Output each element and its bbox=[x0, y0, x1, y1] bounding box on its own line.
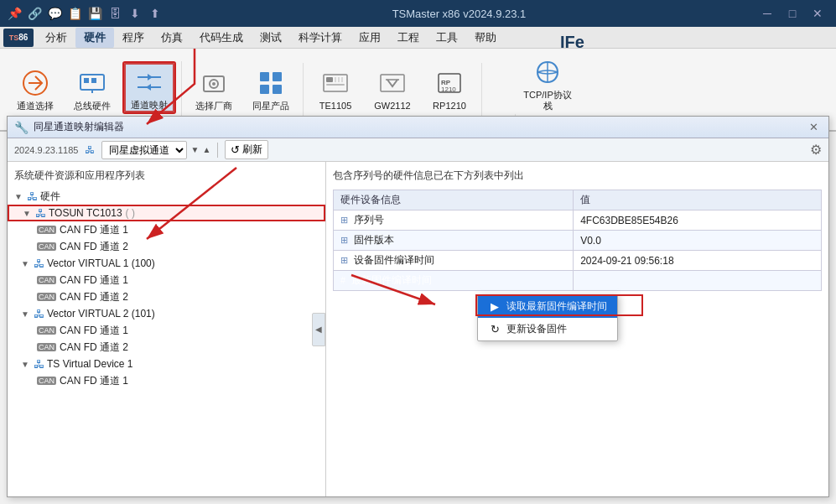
hardware-label: 总线硬件 bbox=[74, 101, 111, 112]
update-firmware-label: 更新设备固件 bbox=[506, 322, 567, 336]
refresh-button[interactable]: ↺ 刷新 bbox=[225, 140, 268, 159]
chat-icon[interactable]: 💬 bbox=[47, 6, 62, 21]
tongxing-label: 同星产品 bbox=[252, 101, 289, 112]
svg-rect-2 bbox=[84, 78, 89, 83]
minimize-button[interactable]: ─ bbox=[756, 4, 779, 23]
svg-rect-19 bbox=[326, 84, 345, 86]
settings-icon[interactable]: ⚙ bbox=[810, 142, 822, 158]
tree-toggle-vector1[interactable]: ▼ bbox=[21, 259, 31, 268]
virtual-channel-select[interactable]: 同星虚拟通道 bbox=[101, 141, 187, 159]
tree-label-vector1-can1: CAN FD 通道 1 bbox=[60, 273, 128, 288]
menu-bar: TS86 分析 硬件 程序 仿真 代码生成 测试 科学计算 应用 工程 工具 帮… bbox=[0, 27, 836, 49]
row-icon-2: ⊞ bbox=[340, 255, 348, 265]
vector1-icon: 🖧 bbox=[34, 257, 44, 270]
tree-label-tosun-can2: CAN FD 通道 2 bbox=[60, 240, 128, 254]
close-button[interactable]: ✕ bbox=[806, 4, 829, 23]
table-row[interactable]: ⊞ 设备固件编译时间 2024-09-21 09:56:18 bbox=[334, 251, 822, 271]
tree-item-vector2[interactable]: ▼ 🖧 Vector VIRTUAL 2 (101) bbox=[8, 305, 325, 322]
tree-toggle-vector2[interactable]: ▼ bbox=[21, 309, 31, 319]
download-icon[interactable]: ⬇ bbox=[127, 6, 143, 21]
read-firmware-icon: ▶ bbox=[488, 300, 501, 313]
menu-science[interactable]: 科学计算 bbox=[290, 28, 350, 48]
menu-hardware[interactable]: 硬件 bbox=[75, 28, 114, 48]
svg-point-12 bbox=[212, 82, 215, 86]
context-menu-item-update-firmware[interactable]: ↻ 更新设备固件 bbox=[478, 318, 617, 340]
tree-item-hardware-root[interactable]: ▼ 🖧 硬件 bbox=[8, 188, 325, 205]
link-icon[interactable]: 🔗 bbox=[27, 6, 42, 21]
ribbon-btn-mapping[interactable]: 通道映射 bbox=[122, 61, 176, 114]
tree-item-ts-virtual-can1[interactable]: CAN CAN FD 通道 1 bbox=[8, 372, 325, 389]
ribbon-btn-gw2112[interactable]: GW2112 bbox=[366, 63, 419, 114]
table-cell-value-3 bbox=[574, 271, 822, 291]
ribbon-btn-rp1210[interactable]: RP 1210 RP1210 bbox=[423, 63, 476, 114]
menu-engineering[interactable]: 工程 bbox=[389, 28, 428, 48]
tree-item-vector1[interactable]: ▼ 🖧 Vector VIRTUAL 1 (100) bbox=[8, 255, 325, 272]
tree-label-ts-virtual-can1: CAN FD 通道 1 bbox=[60, 374, 128, 388]
collapse-icon: ◀ bbox=[315, 325, 322, 334]
ribbon-btn-te1105[interactable]: TE1105 bbox=[309, 63, 362, 114]
upload-icon[interactable]: ⬆ bbox=[148, 6, 163, 21]
tree-item-vector2-can2[interactable]: CAN CAN FD 通道 2 bbox=[8, 339, 325, 356]
tree-toggle-tosun[interactable]: ▼ bbox=[23, 209, 33, 218]
tree-item-vector1-can1[interactable]: CAN CAN FD 通道 1 bbox=[8, 272, 325, 288]
database-icon[interactable]: 🗄 bbox=[107, 6, 122, 21]
ribbon-items-channel: 通道选择 总线硬件 bbox=[8, 61, 176, 114]
menu-test[interactable]: 测试 bbox=[252, 28, 290, 48]
menu-help[interactable]: 帮助 bbox=[466, 28, 505, 48]
tree-item-tosun[interactable]: ▼ 🖧 TOSUN TC1013 ( ) bbox=[8, 205, 325, 221]
menu-app[interactable]: 应用 bbox=[350, 28, 389, 48]
can-icon-v2c2: CAN bbox=[37, 343, 56, 351]
table-cell-label-3: # 最新固件编译时间 bbox=[334, 271, 574, 291]
can-icon-v1c2: CAN bbox=[37, 293, 56, 301]
ribbon-btn-hardware[interactable]: 总线硬件 bbox=[65, 63, 119, 114]
gw2112-label: GW2112 bbox=[374, 101, 410, 112]
tosun-icon: 🖧 bbox=[35, 207, 46, 220]
channel-select-label: 通道选择 bbox=[17, 101, 54, 112]
menu-tools[interactable]: 工具 bbox=[428, 28, 466, 48]
svg-rect-3 bbox=[91, 78, 96, 83]
tree-item-vector2-can1[interactable]: CAN CAN FD 通道 1 bbox=[8, 322, 325, 339]
collapse-panel-button[interactable]: ◀ bbox=[312, 313, 325, 346]
pin-icon[interactable]: 📌 bbox=[7, 6, 22, 21]
left-panel-title: 系统硬件资源和应用程序列表 bbox=[8, 165, 325, 188]
table-row[interactable]: ⊞ 固件版本 V0.0 bbox=[334, 231, 822, 251]
maximize-button[interactable]: □ bbox=[781, 4, 804, 23]
mapping-icon bbox=[132, 65, 166, 99]
ribbon-btn-channel-select[interactable]: 通道选择 bbox=[8, 63, 62, 114]
hardware-tree-icon: 🖧 bbox=[27, 190, 38, 203]
ribbon-btn-tcpip[interactable]: TCP/IP协议栈 bbox=[521, 52, 574, 114]
tree-item-tosun-can2[interactable]: CAN CAN FD 通道 2 bbox=[8, 238, 325, 255]
rp1210-label: RP1210 bbox=[433, 101, 466, 112]
tree-toggle-ts[interactable]: ▼ bbox=[21, 360, 31, 369]
title-bar: 📌 🔗 💬 📋 💾 🗄 ⬇ ⬆ TSMaster x86 v2024.9.23.… bbox=[0, 0, 836, 27]
menu-simulation[interactable]: 仿真 bbox=[153, 28, 191, 48]
toolbar-divider bbox=[217, 143, 218, 158]
tree-label-tosun-can1: CAN FD 通道 1 bbox=[60, 223, 128, 237]
dropdown-arrow-icon: ▼ bbox=[190, 145, 199, 154]
copy-icon[interactable]: 📋 bbox=[67, 6, 82, 21]
menu-program[interactable]: 程序 bbox=[114, 28, 153, 48]
channel-select-icon bbox=[18, 66, 52, 100]
gw2112-icon bbox=[376, 66, 409, 100]
tree-item-tosun-can1[interactable]: CAN CAN FD 通道 1 bbox=[8, 221, 325, 238]
app-logo: TS86 bbox=[3, 29, 34, 47]
ribbon-btn-tongxing[interactable]: 同星产品 bbox=[244, 63, 298, 114]
svg-rect-13 bbox=[260, 72, 269, 81]
table-row-selected[interactable]: # 最新固件编译时间 bbox=[334, 271, 822, 291]
save-icon[interactable]: 💾 bbox=[87, 6, 102, 21]
menu-analysis[interactable]: 分析 bbox=[37, 28, 75, 48]
menu-codegen[interactable]: 代码生成 bbox=[191, 28, 252, 48]
tcpip-label: TCP/IP协议栈 bbox=[523, 90, 572, 112]
tree-toggle-hardware[interactable]: ▼ bbox=[14, 192, 24, 201]
right-panel: 包含序列号的硬件信息已在下方列表中列出 硬件设备信息 值 ⊞ 序列号 bbox=[326, 162, 828, 496]
ribbon-btn-vendor[interactable]: 选择厂商 bbox=[187, 63, 241, 114]
can-icon-2: CAN bbox=[37, 242, 56, 251]
read-firmware-label: 读取最新固件编译时间 bbox=[506, 299, 607, 314]
tree-item-vector1-can2[interactable]: CAN CAN FD 通道 2 bbox=[8, 288, 325, 305]
dialog-close-button[interactable]: ✕ bbox=[805, 120, 822, 135]
table-row[interactable]: ⊞ 序列号 4FC63DBE85E54B26 bbox=[334, 210, 822, 231]
ribbon-items-vendor: 选择厂商 同星产品 bbox=[187, 63, 298, 114]
tree-item-ts-virtual[interactable]: ▼ 🖧 TS Virtual Device 1 bbox=[8, 356, 325, 372]
ts-virtual-icon: 🖧 bbox=[34, 358, 44, 371]
context-menu-item-read-firmware[interactable]: ▶ 读取最新固件编译时间 bbox=[478, 295, 617, 318]
